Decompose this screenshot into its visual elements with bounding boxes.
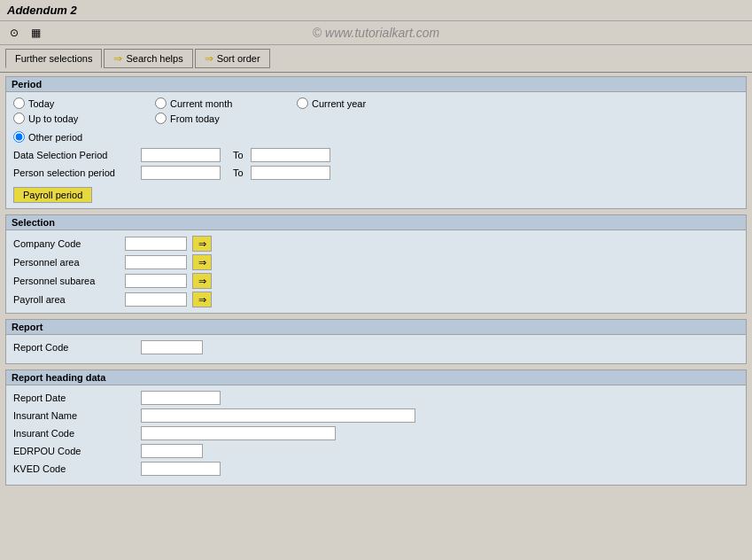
edrpou-code-row: EDRPOU Code [13,444,739,458]
selection-body: Company Code ⇒ Personnel area ⇒ Personne… [6,230,746,313]
radio-other-period-input[interactable] [13,131,25,143]
radio-empty [297,113,438,124]
personnel-subarea-arrow-btn[interactable]: ⇒ [192,273,212,289]
radio-from-today[interactable]: From today [155,113,297,124]
report-header: Report [6,320,746,335]
period-section: Period Today Current month Current year … [5,76,747,209]
tab-search-helps-label: Search helps [126,53,182,64]
data-selection-period-to-label: To [233,150,244,160]
payroll-area-arrow-btn[interactable]: ⇒ [192,292,212,307]
tab-search-helps[interactable]: ⇒ Search helps [104,49,192,68]
data-selection-period-to[interactable] [251,148,330,162]
person-selection-period-to-label: To [233,167,244,178]
person-selection-period-to[interactable] [251,166,330,180]
radio-current-month-label: Current month [170,98,232,109]
payroll-area-input[interactable] [125,292,187,307]
tab-search-helps-arrow: ⇒ [113,52,122,65]
report-date-input[interactable] [141,391,221,405]
radio-from-today-label: From today [170,113,220,124]
radio-today-label: Today [28,98,54,109]
report-date-label: Report Date [13,393,137,403]
toolbar: ⊙ ▦ © www.tutorialkart.com [0,21,752,45]
tab-further-selections[interactable]: Further selections [5,49,102,68]
report-heading-header: Report heading data [6,370,746,385]
tab-sort-order-arrow: ⇒ [205,52,213,65]
back-icon[interactable]: ⊙ [5,24,23,42]
radio-other-period[interactable]: Other period [13,131,739,143]
data-selection-period-row: Data Selection Period To [13,148,739,162]
kved-code-row: KVED Code [13,462,739,476]
report-heading-body: Report Date Insurant Name Insurant Code … [6,385,746,485]
personnel-subarea-input[interactable] [125,274,187,288]
report-code-input[interactable] [141,340,203,354]
personnel-subarea-label: Personnel subarea [13,276,120,286]
radio-current-year-label: Current year [312,98,366,109]
personnel-area-arrow-btn[interactable]: ⇒ [192,254,212,270]
company-code-arrow-btn[interactable]: ⇒ [192,236,212,252]
tab-sort-order[interactable]: ⇒ Sort order [195,49,270,68]
kved-code-input[interactable] [141,462,221,476]
title-bar: Addendum 2 [0,0,752,21]
tab-sort-order-label: Sort order [217,53,260,64]
report-body: Report Code [6,335,746,363]
edrpou-code-label: EDRPOU Code [13,446,137,456]
report-code-row: Report Code [13,340,739,354]
radio-today-input[interactable] [13,97,25,109]
radio-up-to-today-label: Up to today [28,113,78,124]
tab-further-selections-label: Further selections [15,53,92,64]
period-radio-group: Today Current month Current year Up to t… [13,97,739,124]
data-selection-period-from[interactable] [141,148,221,162]
insurant-name-row: Insurant Name [13,408,739,423]
personnel-area-row: Personnel area ⇒ [13,254,739,270]
personnel-area-label: Personnel area [13,257,120,268]
personnel-subarea-row: Personnel subarea ⇒ [13,273,739,289]
person-selection-period-label: Person selection period [13,167,137,178]
period-header: Period [6,77,746,92]
insurant-name-label: Insurant Name [13,410,137,421]
payroll-area-row: Payroll area ⇒ [13,292,739,307]
person-selection-period-row: Person selection period To [13,166,739,180]
person-selection-period-from[interactable] [141,166,221,180]
grid-icon[interactable]: ▦ [27,24,44,42]
report-code-label: Report Code [13,342,137,353]
insurant-code-row: Insurant Code [13,426,739,440]
personnel-area-input[interactable] [125,255,187,269]
radio-up-to-today-input[interactable] [13,113,25,124]
selection-header: Selection [6,215,746,230]
radio-today[interactable]: Today [13,97,155,109]
kved-code-label: KVED Code [13,463,137,474]
watermark: © www.tutorialkart.com [313,26,439,40]
company-code-label: Company Code [13,238,120,249]
payroll-area-label: Payroll area [13,294,120,305]
radio-current-year[interactable]: Current year [297,97,438,109]
radio-current-month-input[interactable] [155,97,167,109]
page-title: Addendum 2 [7,4,77,17]
radio-current-month[interactable]: Current month [155,97,297,109]
radio-other-period-label: Other period [28,132,82,143]
company-code-input[interactable] [125,237,187,251]
report-date-row: Report Date [13,391,739,405]
selection-grid: Company Code ⇒ Personnel area ⇒ Personne… [13,236,739,307]
report-section: Report Report Code [5,319,747,364]
edrpou-code-input[interactable] [141,444,203,458]
report-heading-section: Report heading data Report Date Insurant… [5,369,747,486]
radio-from-today-input[interactable] [155,113,167,124]
payroll-period-button[interactable]: Payroll period [13,187,92,203]
selection-section: Selection Company Code ⇒ Personnel area … [5,214,747,314]
data-selection-period-label: Data Selection Period [13,150,137,160]
radio-up-to-today[interactable]: Up to today [13,113,155,124]
radio-current-year-input[interactable] [297,97,308,109]
period-body: Today Current month Current year Up to t… [6,92,746,208]
content: Period Today Current month Current year … [0,73,752,494]
insurant-code-input[interactable] [141,426,336,440]
insurant-name-input[interactable] [141,408,415,423]
company-code-row: Company Code ⇒ [13,236,739,252]
insurant-code-label: Insurant Code [13,428,137,439]
tabs-bar: Further selections ⇒ Search helps ⇒ Sort… [0,45,752,73]
